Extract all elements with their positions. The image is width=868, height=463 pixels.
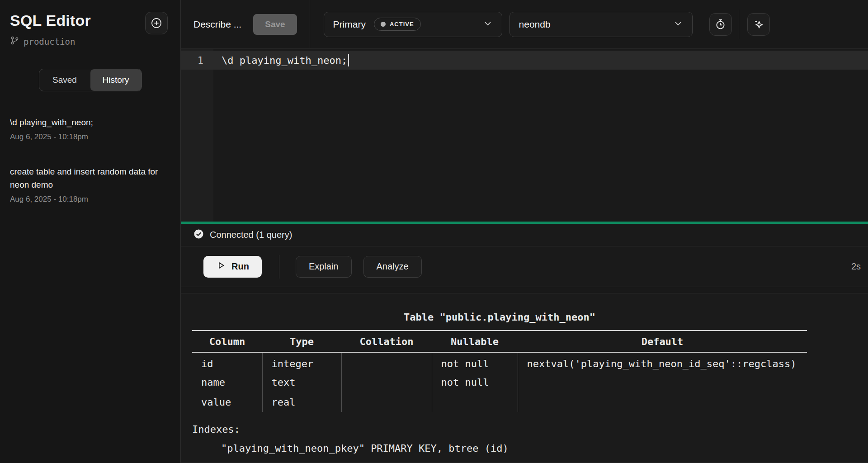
cell: real <box>262 392 341 412</box>
panel-gap <box>181 287 868 293</box>
branch-indicator: production <box>10 36 91 47</box>
tab-saved[interactable]: Saved <box>39 69 90 91</box>
chevron-down-icon <box>673 19 683 30</box>
database-selector-value: neondb <box>519 19 551 30</box>
index-entry: "playing_with_neon_pkey" PRIMARY KEY, bt… <box>192 439 868 458</box>
branch-selector-value: Primary <box>333 19 366 30</box>
save-button[interactable]: Save <box>253 14 297 35</box>
cell: nextval('playing_with_neon_id_seq'::regc… <box>518 352 807 372</box>
results-panel: Table "public.playing_with_neon" Column … <box>181 293 868 463</box>
run-button[interactable]: Run <box>203 256 262 278</box>
history-query: create table and insert random data for … <box>10 165 159 191</box>
cell: not null <box>432 352 518 372</box>
play-icon <box>216 260 226 273</box>
query-history-button[interactable] <box>709 13 732 36</box>
history-date: Aug 6, 2025 - 10:18pm <box>10 132 168 142</box>
new-query-button[interactable] <box>145 12 168 34</box>
check-circle-icon <box>193 229 204 241</box>
column-header: Type <box>262 331 341 352</box>
status-badge: ACTIVE <box>374 18 421 31</box>
cell: id <box>192 352 262 372</box>
branch-name: production <box>24 37 75 47</box>
cell <box>518 392 807 412</box>
chevron-down-icon <box>483 19 493 30</box>
cell: text <box>262 372 341 392</box>
table-header-row: Column Type Collation Nullable Default <box>192 331 807 352</box>
toolbar-divider <box>279 255 279 279</box>
table-row: name text not null <box>192 372 807 392</box>
cell <box>341 372 432 392</box>
cell: not null <box>432 372 518 392</box>
text-caret <box>348 54 349 66</box>
history-item[interactable]: \d playing_with_neon; Aug 6, 2025 - 10:1… <box>10 116 168 142</box>
sidebar: SQL Editor production <box>0 0 181 463</box>
sparkle-icon <box>752 18 765 31</box>
page-title: SQL Editor <box>10 12 91 29</box>
tab-history[interactable]: History <box>90 69 142 91</box>
cell <box>341 392 432 412</box>
history-item[interactable]: create table and insert random data for … <box>10 165 168 204</box>
sql-editor[interactable]: 1 \d playing_with_neon; <box>181 48 868 222</box>
query-duration: 2s <box>851 261 863 272</box>
column-header: Nullable <box>432 331 518 352</box>
main-panel: Describe ... Save Primary ACTIVE neondb <box>181 0 868 463</box>
circle-plus-icon <box>150 17 163 29</box>
ai-assist-button[interactable] <box>747 13 770 36</box>
cell <box>341 352 432 372</box>
column-header: Collation <box>341 331 432 352</box>
result-table-title: Table "public.playing_with_neon" <box>192 312 807 323</box>
query-title: Describe ... <box>193 19 241 30</box>
cell <box>518 372 807 392</box>
column-header: Default <box>518 331 807 352</box>
history-list: \d playing_with_neon; Aug 6, 2025 - 10:1… <box>0 116 180 204</box>
cell: name <box>192 372 262 392</box>
editor-gutter <box>181 49 213 222</box>
topbar-divider <box>739 9 739 39</box>
query-toolbar: Run Explain Analyze 2s <box>181 246 868 287</box>
editor-active-line[interactable]: 1 \d playing_with_neon; <box>181 51 868 70</box>
branch-selector[interactable]: Primary ACTIVE <box>324 12 502 37</box>
column-header: Column <box>192 331 262 352</box>
status-bar: Connected (1 query) <box>181 224 868 246</box>
connection-status: Connected (1 query) <box>210 230 292 240</box>
saved-history-tabs: Saved History <box>39 69 142 91</box>
table-row: value real <box>192 392 807 412</box>
cell: integer <box>262 352 341 372</box>
indexes-section: Indexes: "playing_with_neon_pkey" PRIMAR… <box>192 420 868 458</box>
result-table: Column Type Collation Nullable Default i… <box>192 330 807 412</box>
analyze-button[interactable]: Analyze <box>363 256 422 278</box>
sidebar-header: SQL Editor production <box>0 0 180 47</box>
status-badge-label: ACTIVE <box>390 21 414 28</box>
topbar-divider <box>310 0 310 48</box>
cell: value <box>192 392 262 412</box>
history-date: Aug 6, 2025 - 10:18pm <box>10 195 168 204</box>
topbar: Describe ... Save Primary ACTIVE neondb <box>181 0 868 48</box>
stopwatch-icon <box>714 18 726 30</box>
active-dot-icon <box>381 22 386 27</box>
cell <box>432 392 518 412</box>
indexes-label: Indexes: <box>192 420 868 439</box>
history-query: \d playing_with_neon; <box>10 116 159 129</box>
code-line: \d playing_with_neon; <box>222 55 347 66</box>
line-number: 1 <box>181 55 213 66</box>
table-row: id integer not null nextval('playing_wit… <box>192 352 807 372</box>
explain-button[interactable]: Explain <box>296 256 352 278</box>
database-selector[interactable]: neondb <box>509 12 693 37</box>
git-branch-icon <box>10 36 19 47</box>
run-button-label: Run <box>231 261 249 272</box>
app-root: SQL Editor production <box>0 0 868 463</box>
